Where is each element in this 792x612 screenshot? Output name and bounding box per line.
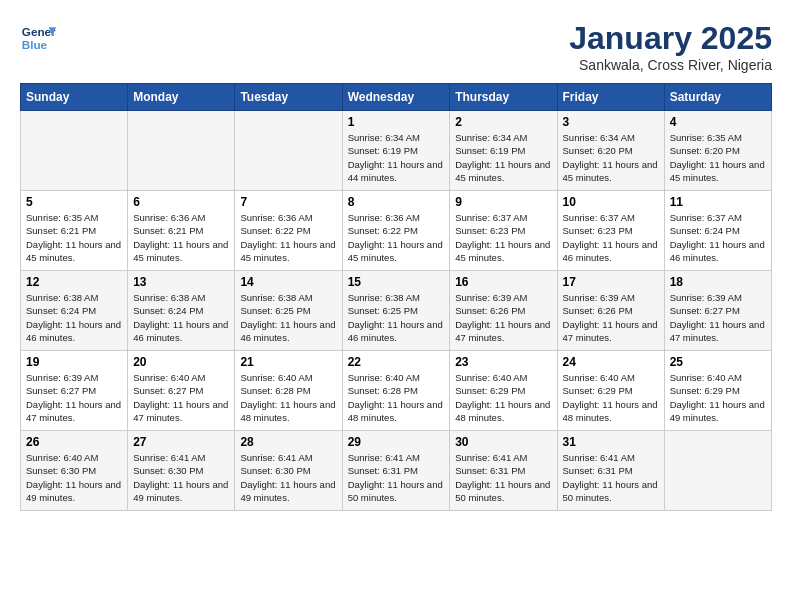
day-number: 24 [563, 355, 659, 369]
day-number: 18 [670, 275, 766, 289]
day-info: Sunrise: 6:34 AM Sunset: 6:20 PM Dayligh… [563, 131, 659, 184]
day-number: 8 [348, 195, 445, 209]
day-info: Sunrise: 6:35 AM Sunset: 6:20 PM Dayligh… [670, 131, 766, 184]
calendar-cell: 29Sunrise: 6:41 AM Sunset: 6:31 PM Dayli… [342, 431, 450, 511]
calendar-week-4: 19Sunrise: 6:39 AM Sunset: 6:27 PM Dayli… [21, 351, 772, 431]
day-number: 22 [348, 355, 445, 369]
main-title: January 2025 [569, 20, 772, 57]
day-info: Sunrise: 6:39 AM Sunset: 6:26 PM Dayligh… [455, 291, 551, 344]
logo: General Blue [20, 20, 56, 56]
day-header-tuesday: Tuesday [235, 84, 342, 111]
day-number: 11 [670, 195, 766, 209]
logo-icon: General Blue [20, 20, 56, 56]
calendar-cell: 17Sunrise: 6:39 AM Sunset: 6:26 PM Dayli… [557, 271, 664, 351]
day-info: Sunrise: 6:38 AM Sunset: 6:24 PM Dayligh… [26, 291, 122, 344]
calendar-cell: 1Sunrise: 6:34 AM Sunset: 6:19 PM Daylig… [342, 111, 450, 191]
day-number: 30 [455, 435, 551, 449]
day-info: Sunrise: 6:40 AM Sunset: 6:27 PM Dayligh… [133, 371, 229, 424]
day-info: Sunrise: 6:40 AM Sunset: 6:29 PM Dayligh… [455, 371, 551, 424]
day-info: Sunrise: 6:35 AM Sunset: 6:21 PM Dayligh… [26, 211, 122, 264]
day-number: 2 [455, 115, 551, 129]
page-header: General Blue January 2025 Sankwala, Cros… [20, 20, 772, 73]
day-header-wednesday: Wednesday [342, 84, 450, 111]
calendar-cell: 7Sunrise: 6:36 AM Sunset: 6:22 PM Daylig… [235, 191, 342, 271]
calendar-cell: 3Sunrise: 6:34 AM Sunset: 6:20 PM Daylig… [557, 111, 664, 191]
calendar-header-row: SundayMondayTuesdayWednesdayThursdayFrid… [21, 84, 772, 111]
calendar-cell: 28Sunrise: 6:41 AM Sunset: 6:30 PM Dayli… [235, 431, 342, 511]
day-number: 4 [670, 115, 766, 129]
day-info: Sunrise: 6:41 AM Sunset: 6:31 PM Dayligh… [563, 451, 659, 504]
calendar-cell: 26Sunrise: 6:40 AM Sunset: 6:30 PM Dayli… [21, 431, 128, 511]
calendar-cell: 23Sunrise: 6:40 AM Sunset: 6:29 PM Dayli… [450, 351, 557, 431]
day-info: Sunrise: 6:37 AM Sunset: 6:23 PM Dayligh… [563, 211, 659, 264]
day-info: Sunrise: 6:40 AM Sunset: 6:30 PM Dayligh… [26, 451, 122, 504]
calendar-cell: 8Sunrise: 6:36 AM Sunset: 6:22 PM Daylig… [342, 191, 450, 271]
day-number: 13 [133, 275, 229, 289]
calendar-week-2: 5Sunrise: 6:35 AM Sunset: 6:21 PM Daylig… [21, 191, 772, 271]
day-info: Sunrise: 6:37 AM Sunset: 6:24 PM Dayligh… [670, 211, 766, 264]
calendar-cell: 30Sunrise: 6:41 AM Sunset: 6:31 PM Dayli… [450, 431, 557, 511]
day-number: 10 [563, 195, 659, 209]
day-number: 26 [26, 435, 122, 449]
day-info: Sunrise: 6:39 AM Sunset: 6:26 PM Dayligh… [563, 291, 659, 344]
day-number: 19 [26, 355, 122, 369]
calendar-cell: 12Sunrise: 6:38 AM Sunset: 6:24 PM Dayli… [21, 271, 128, 351]
day-info: Sunrise: 6:38 AM Sunset: 6:25 PM Dayligh… [348, 291, 445, 344]
calendar-cell: 25Sunrise: 6:40 AM Sunset: 6:29 PM Dayli… [664, 351, 771, 431]
day-number: 1 [348, 115, 445, 129]
calendar-body: 1Sunrise: 6:34 AM Sunset: 6:19 PM Daylig… [21, 111, 772, 511]
day-info: Sunrise: 6:38 AM Sunset: 6:24 PM Dayligh… [133, 291, 229, 344]
day-number: 29 [348, 435, 445, 449]
calendar-cell: 22Sunrise: 6:40 AM Sunset: 6:28 PM Dayli… [342, 351, 450, 431]
calendar-cell: 4Sunrise: 6:35 AM Sunset: 6:20 PM Daylig… [664, 111, 771, 191]
svg-text:Blue: Blue [22, 38, 48, 51]
day-info: Sunrise: 6:40 AM Sunset: 6:29 PM Dayligh… [670, 371, 766, 424]
calendar-cell: 14Sunrise: 6:38 AM Sunset: 6:25 PM Dayli… [235, 271, 342, 351]
day-info: Sunrise: 6:39 AM Sunset: 6:27 PM Dayligh… [670, 291, 766, 344]
day-number: 17 [563, 275, 659, 289]
day-number: 15 [348, 275, 445, 289]
day-header-monday: Monday [128, 84, 235, 111]
calendar-cell: 9Sunrise: 6:37 AM Sunset: 6:23 PM Daylig… [450, 191, 557, 271]
calendar-week-5: 26Sunrise: 6:40 AM Sunset: 6:30 PM Dayli… [21, 431, 772, 511]
calendar-cell: 16Sunrise: 6:39 AM Sunset: 6:26 PM Dayli… [450, 271, 557, 351]
title-section: January 2025 Sankwala, Cross River, Nige… [569, 20, 772, 73]
day-info: Sunrise: 6:38 AM Sunset: 6:25 PM Dayligh… [240, 291, 336, 344]
calendar-cell: 27Sunrise: 6:41 AM Sunset: 6:30 PM Dayli… [128, 431, 235, 511]
calendar-cell [664, 431, 771, 511]
calendar-cell: 19Sunrise: 6:39 AM Sunset: 6:27 PM Dayli… [21, 351, 128, 431]
day-number: 5 [26, 195, 122, 209]
calendar-week-1: 1Sunrise: 6:34 AM Sunset: 6:19 PM Daylig… [21, 111, 772, 191]
calendar-cell: 11Sunrise: 6:37 AM Sunset: 6:24 PM Dayli… [664, 191, 771, 271]
calendar-cell: 6Sunrise: 6:36 AM Sunset: 6:21 PM Daylig… [128, 191, 235, 271]
calendar-cell: 21Sunrise: 6:40 AM Sunset: 6:28 PM Dayli… [235, 351, 342, 431]
day-number: 28 [240, 435, 336, 449]
day-number: 9 [455, 195, 551, 209]
day-header-friday: Friday [557, 84, 664, 111]
day-header-saturday: Saturday [664, 84, 771, 111]
calendar-cell: 31Sunrise: 6:41 AM Sunset: 6:31 PM Dayli… [557, 431, 664, 511]
calendar-cell: 13Sunrise: 6:38 AM Sunset: 6:24 PM Dayli… [128, 271, 235, 351]
calendar-cell: 15Sunrise: 6:38 AM Sunset: 6:25 PM Dayli… [342, 271, 450, 351]
day-info: Sunrise: 6:39 AM Sunset: 6:27 PM Dayligh… [26, 371, 122, 424]
calendar-cell [235, 111, 342, 191]
calendar-cell: 10Sunrise: 6:37 AM Sunset: 6:23 PM Dayli… [557, 191, 664, 271]
day-info: Sunrise: 6:40 AM Sunset: 6:29 PM Dayligh… [563, 371, 659, 424]
day-number: 31 [563, 435, 659, 449]
day-info: Sunrise: 6:41 AM Sunset: 6:31 PM Dayligh… [348, 451, 445, 504]
day-number: 6 [133, 195, 229, 209]
day-number: 7 [240, 195, 336, 209]
day-info: Sunrise: 6:34 AM Sunset: 6:19 PM Dayligh… [348, 131, 445, 184]
day-info: Sunrise: 6:37 AM Sunset: 6:23 PM Dayligh… [455, 211, 551, 264]
day-number: 25 [670, 355, 766, 369]
day-number: 20 [133, 355, 229, 369]
day-number: 27 [133, 435, 229, 449]
calendar-cell [21, 111, 128, 191]
calendar-cell [128, 111, 235, 191]
day-number: 16 [455, 275, 551, 289]
day-info: Sunrise: 6:36 AM Sunset: 6:22 PM Dayligh… [240, 211, 336, 264]
calendar-cell: 2Sunrise: 6:34 AM Sunset: 6:19 PM Daylig… [450, 111, 557, 191]
day-number: 12 [26, 275, 122, 289]
day-info: Sunrise: 6:41 AM Sunset: 6:30 PM Dayligh… [133, 451, 229, 504]
day-info: Sunrise: 6:41 AM Sunset: 6:31 PM Dayligh… [455, 451, 551, 504]
